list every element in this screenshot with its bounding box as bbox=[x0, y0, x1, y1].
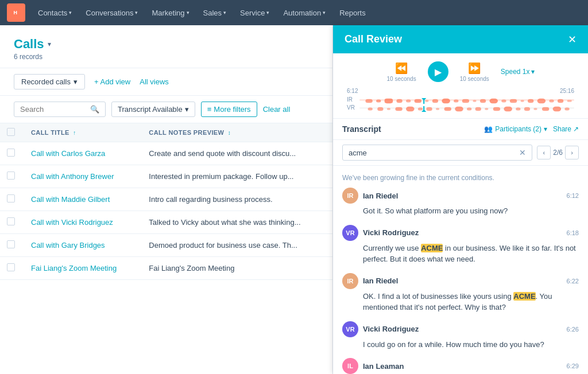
forward-group: ⏩ 10 seconds bbox=[460, 62, 489, 82]
call-title-cell: Call with Maddie Gilbert bbox=[22, 188, 140, 211]
speaker-name: Ian Riedel bbox=[363, 192, 398, 200]
page-title: Calls bbox=[14, 37, 44, 52]
main-layout: Calls ▾ 6 records Recorded calls ▾ + Add… bbox=[0, 25, 588, 374]
participants-button[interactable]: 👥 Participants (2) ▾ bbox=[484, 125, 547, 133]
row-checkbox[interactable] bbox=[7, 263, 15, 271]
transcript-search-box[interactable]: ✕ bbox=[342, 145, 532, 161]
svg-rect-14 bbox=[473, 100, 476, 102]
sales-chevron-icon: ▾ bbox=[223, 10, 226, 15]
clear-search-icon[interactable]: ✕ bbox=[519, 148, 526, 157]
transcript-label: Transcript bbox=[342, 124, 381, 134]
add-view-link[interactable]: + Add view bbox=[94, 77, 130, 86]
transcript-search-input[interactable] bbox=[349, 149, 516, 157]
all-views-link[interactable]: All views bbox=[140, 77, 169, 86]
time-labels: 6:12 25:16 bbox=[347, 88, 574, 94]
call-notes-preview: Demoed product for business use case. Th… bbox=[149, 241, 297, 250]
clear-all-link[interactable]: Clear all bbox=[263, 105, 291, 114]
nav-service[interactable]: Service ▾ bbox=[234, 6, 275, 20]
rewind-button[interactable]: ⏪ bbox=[395, 62, 408, 75]
search-box[interactable]: 🔍 bbox=[14, 102, 106, 117]
ir-waveform-track[interactable] bbox=[359, 97, 574, 103]
svg-rect-12 bbox=[454, 99, 458, 102]
rewind-group: ⏪ 10 seconds bbox=[386, 62, 416, 82]
nav-contacts[interactable]: Contacts ▾ bbox=[32, 6, 78, 20]
transcript-filter-btn[interactable]: Transcript Available ▾ bbox=[111, 102, 195, 117]
svg-rect-6 bbox=[396, 99, 402, 103]
automation-chevron-icon: ▾ bbox=[323, 10, 326, 15]
svg-rect-46 bbox=[542, 107, 549, 111]
speaker-name: Ian Riedel bbox=[363, 276, 398, 285]
forward-label: 10 seconds bbox=[460, 76, 489, 82]
share-button[interactable]: Share ↗ bbox=[553, 125, 579, 133]
svg-rect-13 bbox=[462, 99, 469, 103]
next-result-button[interactable]: › bbox=[565, 146, 579, 159]
nav-reports[interactable]: Reports bbox=[334, 6, 372, 20]
table-row: Call with Maddie Gilbert Intro call rega… bbox=[0, 188, 332, 211]
call-notes-sort-icon[interactable]: ↕ bbox=[228, 130, 231, 136]
msg-header: IR Ian Riedel 6:22 bbox=[342, 273, 579, 289]
message: VR Vicki Rodriguez 6:26 I could go on fo… bbox=[342, 321, 579, 350]
nav-marketing[interactable]: Marketing ▾ bbox=[146, 6, 195, 20]
audio-player: ⏪ 10 seconds ▶ ⏩ 10 seconds Speed 1x ▾ 6… bbox=[333, 53, 588, 119]
call-title-cell: Fai Liang's Zoom Meeting bbox=[22, 257, 140, 280]
row-checkbox[interactable] bbox=[7, 217, 15, 225]
svg-rect-10 bbox=[432, 99, 438, 103]
nav-conversations[interactable]: Conversations ▾ bbox=[80, 6, 144, 20]
table-header: CALL TITLE ↑ CALL NOTES PREVIEW ↕ bbox=[0, 123, 332, 142]
call-title-link[interactable]: Call with Maddie Gilbert bbox=[31, 195, 110, 204]
msg-time: 6:29 bbox=[567, 363, 579, 369]
call-title-link[interactable]: Call with Vicki Rodriguez bbox=[31, 218, 113, 227]
svg-rect-43 bbox=[516, 107, 520, 110]
nav-sales[interactable]: Sales ▾ bbox=[198, 6, 233, 20]
msg-time: 6:12 bbox=[567, 192, 579, 199]
call-title-link[interactable]: Call with Carlos Garza bbox=[31, 149, 105, 158]
table-row: Call with Vicki Rodriguez Talked to Vick… bbox=[0, 211, 332, 234]
play-button[interactable]: ▶ bbox=[428, 61, 448, 82]
msg-text: OK. I find a lot of businesses like your… bbox=[342, 291, 579, 313]
prev-result-button[interactable]: ‹ bbox=[537, 146, 551, 159]
call-title-sort-icon[interactable]: ↑ bbox=[73, 130, 76, 136]
svg-rect-36 bbox=[444, 107, 451, 111]
svg-rect-8 bbox=[415, 99, 421, 103]
call-title-link[interactable]: Fai Liang's Zoom Meeting bbox=[31, 264, 117, 272]
row-checkbox-cell bbox=[0, 257, 22, 280]
calls-title-chevron-icon[interactable]: ▾ bbox=[48, 40, 51, 48]
speed-button[interactable]: Speed 1x ▾ bbox=[501, 68, 535, 76]
avatar: VR bbox=[342, 225, 358, 241]
service-chevron-icon: ▾ bbox=[266, 10, 269, 15]
call-title-link[interactable]: Call with Anthony Brewer bbox=[31, 172, 114, 181]
call-title-link[interactable]: Call with Gary Bridges bbox=[31, 241, 105, 250]
svg-rect-30 bbox=[387, 108, 390, 110]
share-icon: ↗ bbox=[573, 125, 579, 133]
speed-chevron-icon: ▾ bbox=[531, 68, 535, 76]
row-checkbox-cell bbox=[0, 234, 22, 257]
more-filters-btn[interactable]: ≡ More filters bbox=[201, 102, 257, 117]
call-notes-cell: Create and send quote with discount disc… bbox=[140, 142, 332, 165]
svg-rect-35 bbox=[436, 108, 439, 110]
row-checkbox[interactable] bbox=[7, 240, 15, 248]
svg-rect-42 bbox=[504, 106, 512, 111]
current-time: 6:12 bbox=[347, 88, 358, 94]
row-checkbox[interactable] bbox=[7, 194, 15, 202]
row-checkbox[interactable] bbox=[7, 149, 15, 157]
call-notes-preview: Intro call regarding business process. bbox=[149, 195, 272, 204]
hubspot-logo[interactable]: H bbox=[7, 3, 25, 22]
nav-automation[interactable]: Automation ▾ bbox=[277, 6, 331, 20]
close-button[interactable]: ✕ bbox=[568, 34, 577, 45]
vr-waveform-track[interactable] bbox=[359, 105, 574, 111]
call-notes-cell: Talked to Vicky about what she was think… bbox=[140, 211, 332, 234]
svg-rect-34 bbox=[426, 107, 432, 111]
forward-button[interactable]: ⏩ bbox=[468, 62, 481, 75]
search-input[interactable] bbox=[20, 105, 87, 114]
total-time: 25:16 bbox=[560, 88, 574, 94]
context-message: We've been growing fine in the current c… bbox=[342, 172, 579, 188]
svg-text:H: H bbox=[14, 10, 18, 15]
participants-icon: 👥 bbox=[484, 125, 493, 133]
svg-rect-47 bbox=[553, 106, 562, 111]
waveform-container[interactable]: IR bbox=[347, 96, 574, 111]
recorded-calls-tab[interactable]: Recorded calls ▾ bbox=[14, 74, 85, 89]
select-all-checkbox[interactable] bbox=[7, 128, 15, 136]
calls-title-row: Calls ▾ bbox=[14, 37, 319, 52]
ir-label: IR bbox=[347, 96, 356, 103]
row-checkbox[interactable] bbox=[7, 172, 15, 180]
